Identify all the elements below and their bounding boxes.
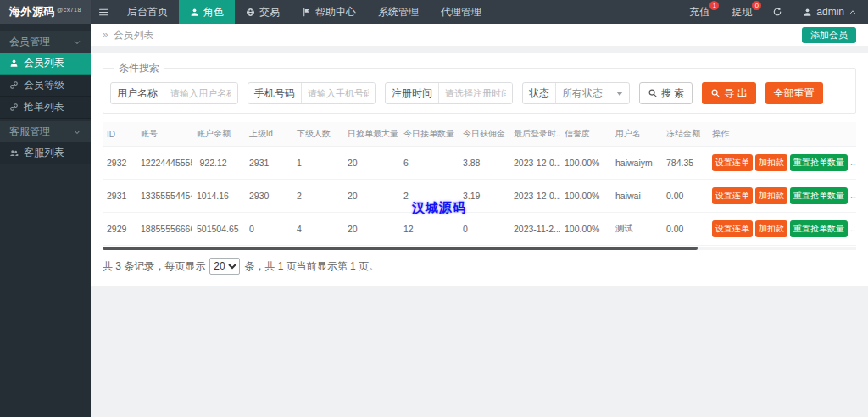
cell-credit: 100.00%: [560, 213, 611, 246]
menu-icon: [98, 7, 109, 18]
nav-item-roles[interactable]: 角色: [179, 0, 235, 24]
cell-balance: -922.12: [192, 147, 245, 180]
search-filters: 用户名称 手机号码 注册时间 状态 所有状态: [110, 82, 849, 104]
withdraw-link[interactable]: 提现 0: [721, 0, 763, 24]
cell-subordinates: 4: [292, 213, 343, 246]
add-member-button[interactable]: 添加会员: [802, 27, 856, 43]
refresh-icon: [772, 7, 782, 17]
users-icon: [9, 148, 19, 158]
watermark: 汉城源码: [412, 200, 466, 216]
pagination-bar: 共 3 条记录，每页显示 20 条，共 1 页当前显示第 1 页。: [103, 258, 856, 275]
set-chain-button[interactable]: 设置连单: [712, 154, 753, 171]
register-time-input[interactable]: [439, 83, 512, 103]
username-field-label: 用户名称: [111, 83, 164, 103]
adjust-funds-button[interactable]: 加扣款: [755, 220, 787, 237]
topbar: 海外源码@cx718 后台首页角色交易帮助中心系统管理代理管理 充值 1 提现 …: [0, 0, 868, 24]
pagination-suffix: 条，共 1 页当前显示第 1 页。: [244, 259, 379, 274]
cell-id: 2929: [103, 213, 136, 246]
username-field-group: 用户名称: [110, 82, 238, 104]
main-content: » 会员列表 添加会员 条件搜索 用户名称 手机号码 注册时间: [91, 24, 868, 417]
recharge-link[interactable]: 充值 1: [678, 0, 721, 24]
more-actions-button[interactable]: ...: [850, 190, 856, 200]
reset-grab-count-button[interactable]: 重置抢单数量: [790, 220, 848, 237]
user-icon: [803, 8, 812, 17]
admin-menu[interactable]: admin: [792, 0, 868, 24]
phone-input[interactable]: [302, 83, 375, 103]
export-button[interactable]: 导 出: [702, 82, 755, 104]
nav-item-system[interactable]: 系统管理: [367, 0, 430, 24]
cell-account: 13355554454: [136, 180, 192, 213]
nav-item-trade[interactable]: 交易: [235, 0, 291, 24]
column-header: 冻结金额: [662, 122, 708, 147]
sidebar-item-member-level[interactable]: 会员等级: [0, 75, 91, 97]
search-icon: [710, 88, 721, 98]
globe-icon: [246, 8, 255, 17]
cell-today_commission: 0: [459, 213, 509, 246]
status-select-value: 所有状态: [562, 86, 603, 101]
adjust-funds-button[interactable]: 加扣款: [755, 187, 787, 204]
set-chain-button[interactable]: 设置连单: [712, 220, 753, 237]
cell-today_orders: 6: [399, 147, 459, 180]
horizontal-scrollbar-thumb[interactable]: [103, 247, 698, 250]
column-header: 下级人数: [292, 122, 343, 147]
recharge-label: 充值: [689, 5, 709, 19]
search-button[interactable]: 搜 索: [639, 82, 693, 104]
cell-daily_max: 20: [343, 180, 399, 213]
nav-item-label: 代理管理: [441, 5, 481, 19]
cell-username: haiwaiym: [611, 147, 662, 180]
nav-item-home[interactable]: 后台首页: [116, 0, 179, 24]
sidebar-item-label: 抢单列表: [24, 100, 64, 114]
logo-text: 海外源码: [9, 4, 55, 19]
cell-username: haiwai: [611, 180, 662, 213]
column-header: 用户名: [611, 122, 662, 147]
horizontal-scrollbar-track: [103, 247, 856, 250]
link-icon: [9, 81, 19, 90]
sidebar-group-label: 会员管理: [9, 35, 50, 49]
reset-grab-count-button[interactable]: 重置抢单数量: [790, 154, 848, 171]
menu-toggle-button[interactable]: [91, 0, 116, 24]
sidebar-item-service-list[interactable]: 客服列表: [0, 142, 91, 164]
status-field-label: 状态: [523, 83, 556, 103]
sidebar-item-member-list[interactable]: 会员列表: [0, 53, 91, 75]
refresh-button[interactable]: [763, 0, 792, 24]
column-header: 今日获佣金: [459, 122, 509, 147]
register-time-field-label: 注册时间: [386, 83, 439, 103]
cell-today_commission: 3.88: [459, 147, 509, 180]
user-icon: [9, 58, 19, 68]
member-table: ID账号账户余额上级id下级人数日抢单最大量今日接单数量今日获佣金最后登录时..…: [103, 122, 856, 246]
recharge-badge: 1: [709, 1, 719, 10]
admin-label: admin: [816, 6, 844, 18]
chevron-up-icon: [849, 8, 857, 16]
breadcrumb-label: 会员列表: [114, 28, 154, 42]
more-actions-button[interactable]: ...: [850, 223, 856, 233]
sidebar-group-member-management[interactable]: 会员管理: [0, 31, 91, 53]
status-select[interactable]: 所有状态: [556, 83, 629, 103]
cell-last_login: 2023-12-0...: [509, 147, 560, 180]
cell-id: 2931: [103, 180, 136, 213]
cell-daily_max: 20: [343, 213, 399, 246]
nav-item-label: 帮助中心: [315, 5, 356, 19]
logo-superscript: @cx718: [57, 7, 81, 13]
cell-credit: 100.00%: [560, 180, 611, 213]
username-input[interactable]: [164, 83, 237, 103]
column-header: 最后登录时...: [509, 122, 560, 147]
cell-frozen: 0.00: [662, 213, 708, 246]
more-actions-button[interactable]: ...: [850, 157, 856, 167]
adjust-funds-button[interactable]: 加扣款: [755, 154, 787, 171]
cell-actions: 设置连单加扣款重置抢单数量...: [708, 213, 856, 246]
sidebar-group-service-management[interactable]: 客服管理: [0, 121, 91, 142]
set-chain-button[interactable]: 设置连单: [712, 187, 753, 204]
table-row: 2931133555544541014.16293022023.192023-1…: [103, 180, 856, 213]
nav-item-help[interactable]: 帮助中心: [291, 0, 367, 24]
per-page-select[interactable]: 20: [209, 258, 240, 275]
table-header-row: ID账号账户余额上级id下级人数日抢单最大量今日接单数量今日获佣金最后登录时..…: [103, 122, 856, 147]
cell-last_login: 2023-12-0...: [509, 180, 560, 213]
nav-item-agent[interactable]: 代理管理: [430, 0, 492, 24]
reset-grab-count-button[interactable]: 重置抢单数量: [790, 187, 848, 204]
sidebar-item-grab-order-list[interactable]: 抢单列表: [0, 97, 91, 119]
search-fieldset: 条件搜索 用户名称 手机号码 注册时间 状态 所有状态: [103, 61, 856, 114]
column-header: 信誉度: [560, 122, 611, 147]
content-panel: 条件搜索 用户名称 手机号码 注册时间 状态 所有状态: [91, 53, 868, 286]
flag-icon: [302, 8, 311, 17]
reset-all-button[interactable]: 全部重置: [765, 82, 823, 104]
